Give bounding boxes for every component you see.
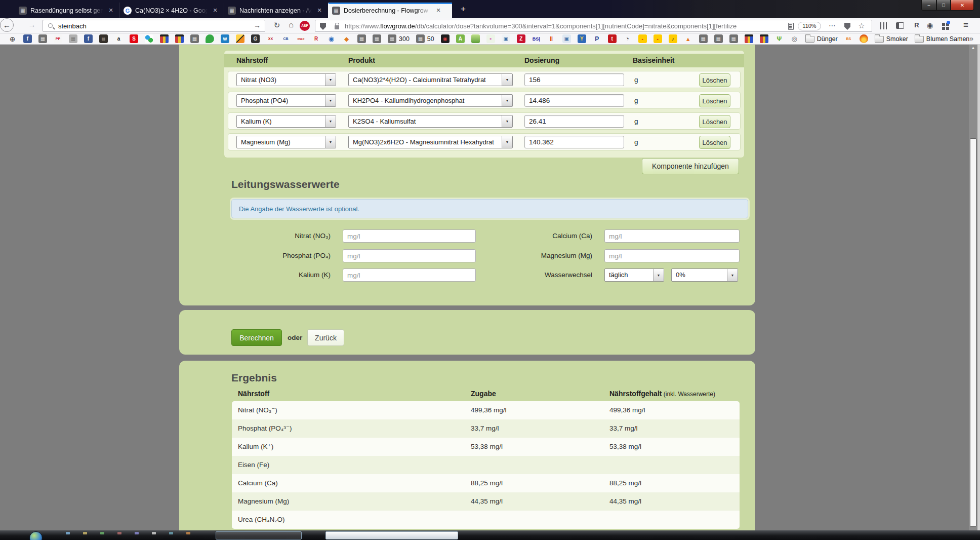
dose-input[interactable]: [524, 115, 624, 128]
hamburger-menu-icon[interactable]: ≡: [960, 20, 971, 30]
bookmark-item[interactable]: P: [593, 34, 601, 43]
bookmark-item[interactable]: [745, 34, 753, 43]
minimize-button[interactable]: –: [921, 0, 936, 11]
bookmark-item[interactable]: w: [221, 34, 229, 43]
add-component-button[interactable]: Komponente hinzufügen: [642, 158, 739, 174]
bookmark-item[interactable]: A: [456, 34, 465, 43]
taskbar-icon[interactable]: [152, 532, 156, 534]
bookmark-item[interactable]: ▦: [190, 34, 199, 43]
delete-button[interactable]: Löschen: [699, 136, 730, 149]
tab-nachrichten[interactable]: ▦ Nachrichten anzeigen - Aquasc ✕: [224, 3, 327, 18]
bookmark-item[interactable]: ▦: [699, 34, 708, 43]
bookmark-item[interactable]: ◔: [623, 34, 632, 43]
product-select[interactable]: Ca(NO3)2*4(H2O) - Calciumnitrat Tetrahyd…: [348, 73, 513, 86]
dose-input[interactable]: [524, 94, 624, 107]
sidebar-icon[interactable]: [896, 22, 904, 29]
bookmark-item[interactable]: ▦: [729, 34, 738, 43]
nutrient-select[interactable]: Phosphat (PO4) ▼: [236, 94, 336, 107]
water-change-interval-select[interactable]: täglich ▼: [604, 268, 664, 282]
library-icon[interactable]: [880, 22, 888, 29]
new-tab-button[interactable]: +: [457, 4, 469, 14]
page-actions-icon[interactable]: ⋯: [827, 21, 837, 29]
bookmark-item[interactable]: ▦ 50: [416, 34, 434, 43]
water-change-percent-select[interactable]: 0% ▼: [671, 268, 738, 282]
taskbar-icon[interactable]: [66, 532, 70, 534]
taskbar-icon[interactable]: [169, 532, 173, 534]
bookmarks-overflow-chevron[interactable]: »: [969, 34, 973, 43]
bookmark-item[interactable]: f: [23, 34, 32, 43]
calcium-input[interactable]: [604, 229, 740, 243]
calculate-button[interactable]: Berechnen: [231, 329, 282, 346]
bookmark-item[interactable]: ▲: [684, 34, 692, 43]
bookmark-item[interactable]: ●: [486, 34, 495, 43]
bookmark-item[interactable]: ▦: [38, 34, 47, 43]
bookmark-item[interactable]: Z: [517, 34, 525, 43]
bookmark-item[interactable]: PP: [54, 34, 62, 43]
bookmark-item[interactable]: ◉: [441, 34, 450, 43]
bookmark-item[interactable]: ▣: [502, 34, 510, 43]
taskbar-icon[interactable]: [83, 532, 87, 534]
bookmark-item[interactable]: ▤: [99, 34, 108, 43]
product-select[interactable]: K2SO4 - Kaliumsulfat ▼: [348, 115, 513, 128]
bookmark-item[interactable]: -: [654, 34, 662, 43]
bookmark-item[interactable]: [760, 34, 768, 43]
bookmark-item[interactable]: -: [638, 34, 647, 43]
tab-close-icon[interactable]: ✕: [107, 7, 115, 14]
delete-button[interactable]: Löschen: [699, 115, 730, 128]
nutrient-select[interactable]: Kalium (K) ▼: [236, 115, 336, 128]
bookmark-item[interactable]: ▦ 300: [388, 34, 410, 43]
bookmark-item[interactable]: ◉: [327, 34, 336, 43]
tab-dosierberechnung-active[interactable]: ▦ Dosierberechnung - Flowgrow ✕: [328, 3, 452, 18]
tab-close-icon[interactable]: ✕: [315, 7, 323, 14]
delete-button[interactable]: Löschen: [699, 73, 730, 87]
bookmark-item[interactable]: ▦: [69, 34, 77, 43]
extension-icon[interactable]: R: [911, 21, 922, 29]
bookmark-item[interactable]: Y: [578, 34, 586, 43]
bookmark-item[interactable]: S: [130, 34, 138, 43]
dose-input[interactable]: [524, 136, 624, 148]
bookmark-item[interactable]: [206, 34, 214, 43]
dose-input[interactable]: [524, 73, 624, 86]
bookmark-item[interactable]: ‖: [547, 34, 556, 43]
product-select[interactable]: KH2PO4 - Kaliumdihydrogenphosphat ▼: [348, 94, 513, 107]
tab-close-icon[interactable]: ✕: [211, 7, 219, 14]
search-go-icon[interactable]: →: [254, 21, 261, 29]
bookmark-item[interactable]: a: [114, 34, 123, 43]
search-bar[interactable]: →: [43, 20, 265, 32]
bookmark-item[interactable]: [160, 34, 169, 43]
bookmark-item[interactable]: ▦: [357, 34, 366, 43]
taskbar-active-window-button[interactable]: [325, 531, 458, 539]
bookmark-item[interactable]: R: [312, 34, 320, 43]
zoom-level-badge[interactable]: 110%: [798, 22, 821, 30]
nutrient-select[interactable]: Nitrat (NO3) ▼: [236, 73, 336, 86]
taskbar-icon[interactable]: [186, 532, 190, 534]
tab-rasenduengung[interactable]: ▦ Rasendüngung selbst gemacht ✕: [15, 3, 118, 18]
bookmark-item[interactable]: ▦: [714, 34, 723, 43]
scrollbar-up-arrow[interactable]: ▲: [969, 46, 977, 50]
search-input[interactable]: [58, 21, 240, 30]
tab-close-icon[interactable]: ✕: [434, 7, 442, 14]
adblock-icon[interactable]: ABP: [300, 21, 310, 31]
bookmark-item[interactable]: Ψ: [775, 34, 784, 43]
bookmark-item[interactable]: ▦: [373, 34, 381, 43]
delete-button[interactable]: Löschen: [699, 94, 730, 107]
bookmark-item[interactable]: CB: [281, 34, 290, 43]
shield-check-icon[interactable]: [844, 23, 850, 30]
extensions-puzzle-icon[interactable]: [942, 23, 945, 26]
bookmark-item[interactable]: ♪: [669, 34, 677, 43]
taskbar-icon[interactable]: [135, 532, 139, 534]
bookmark-item[interactable]: Dünger: [805, 35, 838, 43]
bookmark-item[interactable]: [175, 34, 184, 43]
start-button[interactable]: [29, 531, 43, 540]
url-bar[interactable]: https://www.flowgrow.de/db/calculator/do…: [315, 20, 872, 32]
bookmark-item[interactable]: ▣: [562, 34, 571, 43]
bookmark-item[interactable]: DSLR: [297, 34, 305, 43]
back-button[interactable]: ←: [0, 18, 14, 32]
bookmark-item[interactable]: ⊕: [8, 34, 17, 43]
bookmark-item[interactable]: XX: [266, 34, 275, 43]
account-icon[interactable]: ◉: [924, 21, 935, 29]
bookmark-item[interactable]: ◎: [790, 34, 799, 43]
bookmark-item[interactable]: f: [84, 34, 93, 43]
forward-button[interactable]: →: [26, 20, 37, 29]
bookmark-item[interactable]: [860, 34, 868, 43]
